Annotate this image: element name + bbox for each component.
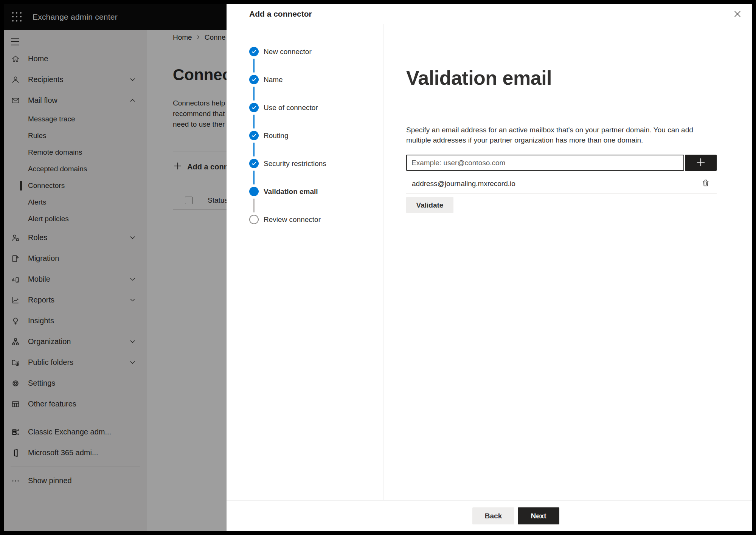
add-email-button[interactable] (685, 155, 717, 171)
delete-address-button[interactable] (701, 179, 711, 189)
step-circle (249, 187, 259, 196)
address-list-item: address@journaling.mxrecord.io (406, 174, 717, 194)
wizard-step: Review connector (249, 215, 383, 243)
wizard-step: New connector (249, 47, 383, 75)
dialog-title: Add a connector (249, 9, 312, 19)
step-label: New connector (264, 48, 312, 56)
close-icon[interactable] (731, 8, 744, 20)
step-label: Routing (264, 132, 289, 140)
step-label: Use of connector (264, 104, 318, 112)
validate-button[interactable]: Validate (406, 197, 453, 213)
plus-icon (695, 157, 706, 169)
add-connector-dialog: Add a connector New connector Name (227, 4, 752, 531)
step-circle (249, 215, 259, 224)
wizard-step: Validation email (249, 187, 383, 215)
step-description: Specify an email address for an active m… (406, 125, 752, 145)
step-label: Name (264, 76, 283, 84)
step-heading: Validation email (406, 67, 752, 88)
step-circle (249, 75, 259, 84)
wizard-steps: New connector Name Use of connector (227, 24, 383, 500)
wizard-step: Use of connector (249, 103, 383, 131)
step-label: Review connector (264, 216, 321, 224)
step-circle (249, 47, 259, 56)
step-circle (249, 103, 259, 112)
validation-email-input[interactable] (406, 155, 684, 171)
address-list: address@journaling.mxrecord.io (406, 174, 752, 194)
app-frame: Exchange admin center Home Recipients (4, 4, 752, 531)
step-content: Validation email Specify an email addres… (383, 24, 752, 500)
step-description-line: Specify an email address for an active m… (406, 125, 752, 135)
wizard-step: Name (249, 75, 383, 103)
step-description-line: multiple addresses if your partner organ… (406, 135, 752, 145)
dialog-footer: Back Next (227, 500, 752, 531)
step-circle (249, 159, 259, 168)
next-button[interactable]: Next (518, 507, 559, 524)
wizard-step: Security restrictions (249, 159, 383, 187)
wizard-step: Routing (249, 131, 383, 159)
step-circle (249, 131, 259, 140)
back-button[interactable]: Back (472, 507, 514, 524)
dialog-header: Add a connector (227, 4, 752, 24)
trash-icon (701, 178, 710, 189)
address-value: address@journaling.mxrecord.io (412, 180, 701, 188)
step-label: Validation email (264, 188, 318, 196)
step-label: Security restrictions (264, 160, 326, 168)
